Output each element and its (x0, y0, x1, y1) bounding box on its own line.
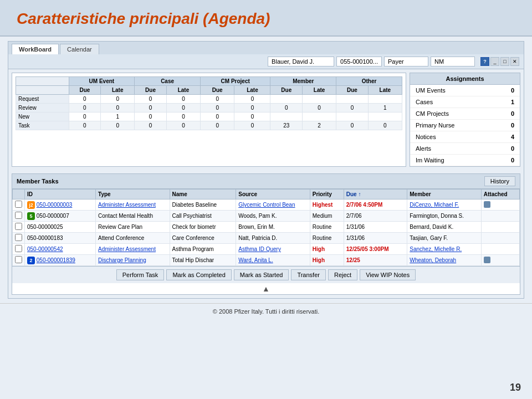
page-number: 19 (510, 382, 521, 393)
col-source: Source (236, 190, 310, 200)
col-other: Other (336, 77, 402, 86)
badge: 2 (27, 257, 35, 264)
tasks-section: Member Tasks History IDTypeNameSourcePri… (12, 173, 520, 295)
col-mem-late: Late (303, 86, 336, 95)
summary-label: Notices (416, 134, 436, 140)
task-type: Discharge Planning (98, 257, 146, 263)
tasks-title: Member Tasks (17, 178, 59, 185)
task-checkbox[interactable] (15, 256, 22, 263)
task-priority: Medium (313, 213, 332, 219)
close-button[interactable]: ✕ (510, 57, 519, 66)
task-id[interactable]: 050-00000003 (37, 202, 73, 208)
minimize-button[interactable]: _ (490, 57, 499, 66)
col-attached: Attached (481, 190, 519, 200)
task-checkbox[interactable] (15, 201, 22, 208)
col-priority: Priority (310, 190, 344, 200)
task-member: Bernard, David K. (410, 224, 453, 230)
summary-item: Cases 1 (410, 96, 520, 108)
col-name: Name (170, 190, 236, 200)
mark-as-started-button[interactable]: Mark as Started (234, 269, 289, 280)
row-label: Task (16, 121, 69, 130)
summary-count: 0 (511, 145, 514, 152)
task-type: Attend Conference (98, 235, 144, 241)
summary-header: Assignments (410, 73, 520, 85)
badge: 5 (27, 212, 35, 220)
history-button[interactable]: History (484, 176, 515, 186)
patient-bar: Blauer, David J. 055-000100... Payer NM … (8, 54, 524, 69)
summary-count: 0 (511, 110, 514, 117)
task-member: Farmington, Donna S. (410, 213, 464, 219)
task-source: Ward, Anita L. (238, 257, 273, 263)
task-name: Check for biometr (172, 224, 216, 230)
task-checkbox[interactable] (15, 223, 22, 230)
summary-item: Primary Nurse 0 (410, 120, 520, 131)
summary-count: 0 (511, 122, 514, 129)
task-checkbox[interactable] (15, 245, 22, 252)
task-name: Diabetes Baseline (172, 202, 217, 208)
col-due-: Due ↑ (344, 190, 407, 200)
table-row: Request 0 0 0 0 0 0 (16, 95, 402, 104)
perform-task-button[interactable]: Perform Task (116, 269, 165, 280)
summary-item: CM Projects 0 (410, 108, 520, 120)
row-label: Review (16, 104, 69, 112)
task-row: 2 050-000001839 Discharge Planning Total… (13, 255, 520, 266)
col-oth-due: Due (336, 86, 369, 95)
task-due: 12/25/05 3:00PM (346, 246, 389, 252)
task-type: Administer Assessment (98, 202, 156, 208)
task-source: Natt, Patricia D. (238, 235, 277, 241)
col-um-event: UM Event (69, 77, 135, 86)
reject-button[interactable]: Reject (328, 269, 357, 280)
task-name: Call Psychiatrist (172, 213, 212, 219)
task-priority: Routine (313, 235, 331, 241)
task-member: Sanchez, Michelle R. (410, 246, 462, 252)
col-um-due: Due (69, 86, 101, 95)
summary-item: UM Events 0 (410, 85, 520, 96)
task-source: Asthma ID Query (238, 246, 281, 252)
task-priority: Highest (313, 202, 333, 208)
summary-label: CM Projects (416, 110, 449, 117)
task-name: Care Conference (172, 235, 214, 241)
summary-label: Cases (416, 99, 433, 105)
task-due: 2/7/06 4:50PM (346, 202, 383, 208)
row-label: Request (16, 95, 69, 104)
transfer-button[interactable]: Transfer (291, 269, 326, 280)
help-button[interactable]: ? (480, 57, 489, 66)
summary-label: Alerts (416, 145, 431, 152)
mark-as-completed-button[interactable]: Mark as Completed (166, 269, 231, 280)
attach-icon[interactable] (484, 257, 490, 263)
task-row: 050-00000542 Administer Assessment Asthm… (13, 244, 520, 255)
col-cm-project: CM Project (200, 77, 270, 86)
summary-panel: Assignments UM Events 0 Cases 1 CM Proje… (410, 73, 520, 167)
page-title: Caratteristiche principali (Agenda) (17, 10, 515, 28)
task-id: 050-00000025 (27, 224, 63, 230)
patient-id: 055-000100... (336, 57, 382, 66)
footer: © 2008 Pfizer Italy. Tutti i diritti ris… (0, 303, 532, 319)
task-id[interactable]: 050-000001839 (37, 257, 75, 263)
summary-count: 4 (511, 134, 514, 140)
task-due: 1/31/06 (346, 224, 365, 230)
summary-count: 1 (511, 99, 514, 105)
tasks-header: Member Tasks History (12, 174, 520, 189)
summary-item: Alerts 0 (410, 143, 520, 155)
task-row: 5 050-0000007 Contact Mental Health Call… (13, 211, 520, 222)
summary-count: 0 (511, 87, 514, 94)
summary-label: Primary Nurse (416, 122, 454, 129)
title-bar: Caratteristiche principali (Agenda) (0, 0, 532, 37)
col- (13, 190, 25, 200)
task-source: Brown, Erin M. (238, 224, 275, 230)
col-case-late: Late (166, 86, 200, 95)
task-id[interactable]: 050-00000542 (27, 246, 63, 252)
tab-calendar[interactable]: Calendar (60, 44, 99, 54)
col-mem-due: Due (270, 86, 303, 95)
col-cm-late: Late (234, 86, 270, 95)
task-checkbox[interactable] (15, 212, 22, 219)
summary-label: UM Events (416, 87, 446, 94)
summary-label: Im Waiting (416, 157, 444, 163)
col-case-due: Due (135, 86, 167, 95)
table-row: Task 0 0 0 0 0 0 23 2 0 0 (16, 121, 402, 130)
maximize-button[interactable]: □ (500, 57, 509, 66)
task-checkbox[interactable] (15, 234, 22, 241)
tab-workboard[interactable]: WorkBoard (12, 44, 59, 54)
view-wip-notes-button[interactable]: View WIP Notes (360, 269, 416, 280)
attach-icon[interactable] (484, 201, 490, 208)
